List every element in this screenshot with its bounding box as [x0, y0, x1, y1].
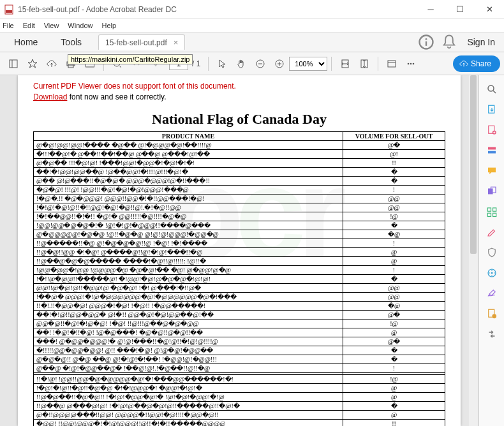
bell-icon[interactable]	[440, 33, 458, 51]
window-minimize-button[interactable]: ─	[416, 0, 445, 19]
right-tool-rail	[478, 75, 504, 426]
svg-rect-5	[10, 60, 17, 68]
window-close-button[interactable]: ✕	[475, 0, 504, 19]
zoom-in-icon[interactable]	[271, 55, 288, 73]
volume-cell: �	[343, 346, 445, 355]
volume-cell: �	[343, 355, 445, 364]
window-maximize-button[interactable]: ☐	[445, 0, 475, 19]
table-row: !!@�����!!�@ @!�@�@�@!!@ !�@! !�!����!	[34, 239, 445, 248]
tab-home[interactable]: Home	[3, 32, 49, 52]
font-warning-text: Current PDF Viewer does not support font…	[33, 82, 445, 91]
convert-icon[interactable]	[482, 326, 501, 342]
combine-files-icon[interactable]	[482, 183, 501, 200]
volume-cell: @�	[343, 311, 445, 320]
menu-file[interactable]: File	[3, 22, 14, 29]
svg-rect-31	[488, 147, 496, 150]
table-row: !�@�.!! �@�@@@! @@@!!@@�!�!!@@���!�@!@@	[34, 195, 445, 203]
zoom-select[interactable]: 100%	[289, 57, 327, 71]
star-icon[interactable]	[24, 55, 41, 73]
data-table: PRODUCT NAME VOLUME FOR SELL-OUT @�@!@@!…	[33, 131, 445, 426]
more-tools-icon[interactable]	[402, 55, 420, 73]
product-cell: @��@ �!@!�@@��@� !��@!@!.!�@��!!@!!�@	[34, 364, 343, 373]
table-row: !�!��@@!!�!�!! �@!� @@!!!!!�@!!!!�@�@!@	[34, 212, 445, 221]
table-row: !��@� @@@!�!@�@@@@@@�@!�@@@@@@�@�!���@@	[34, 293, 445, 302]
signin-link[interactable]: Sign In	[467, 37, 495, 47]
tab-close-icon[interactable]: ×	[174, 38, 179, 47]
cloud-upload-icon[interactable]	[43, 55, 61, 73]
protect-icon[interactable]	[482, 244, 501, 261]
scrollbar-thumb[interactable]	[470, 75, 477, 254]
table-row: !!@�@!!@@ �!�@! @����@!!@!�!@!���!!�@@	[34, 248, 445, 257]
create-pdf-icon[interactable]	[482, 122, 501, 138]
volume-cell: @	[343, 328, 445, 337]
redact-icon[interactable]	[482, 224, 501, 240]
table-row: @�@�@!! @�@ ��@ @!�!@!�!��! !�@@!@!�@@!!…	[34, 355, 445, 364]
pointer-icon[interactable]	[213, 55, 231, 73]
organize-pages-icon[interactable]	[482, 203, 501, 220]
svg-point-3	[426, 38, 427, 40]
menu-view[interactable]: View	[44, 22, 59, 29]
table-row: !�!@!�@!@!!�!!@@!�@!�@!!@!.�!�@!!@@@@	[34, 203, 445, 212]
pdf-page: Current PDF Viewer does not support font…	[18, 75, 461, 426]
vertical-scrollbar[interactable]	[469, 75, 478, 426]
table-row: !�@!�!@!!�@!!�@�@ �!�!@@@�! �@@!�!@!�@	[34, 384, 445, 393]
link-tooltip: https://masikini.com/CarlitoRegular.zip	[68, 54, 193, 64]
sidebar-toggle-icon[interactable]	[4, 55, 22, 73]
svg-point-24	[410, 62, 412, 64]
pdf-doc-icon	[4, 4, 14, 15]
product-cell: @�� @!@���!!�@�@� @@@�@@@!@�!!���!!	[34, 177, 343, 186]
table-row: @�!!@@@@���!!@@! @@@@�!!@@!�@!!!!�@@�@!!…	[34, 411, 445, 420]
volume-cell: �	[343, 275, 445, 284]
volume-cell: !	[343, 186, 445, 195]
product-cell: !!@�@!!@@ �!�@! @����@!!@!�!@!���!!�@	[34, 248, 343, 257]
volume-cell: !@	[343, 212, 445, 221]
menu-window[interactable]: Window	[68, 22, 93, 29]
edit-pdf-icon[interactable]	[482, 142, 501, 159]
table-row: �!!!!!@@�@@�@@! @!! ���!�@! @!@�@!�@@���	[34, 346, 445, 355]
read-mode-icon[interactable]	[383, 55, 401, 73]
volume-cell: @�	[343, 141, 445, 150]
volume-cell: !	[343, 364, 445, 373]
tab-tools[interactable]: Tools	[49, 32, 93, 52]
zoom-out-icon[interactable]	[251, 55, 269, 73]
volume-cell: �	[343, 221, 445, 230]
volume-cell: �	[343, 402, 445, 411]
volume-cell: �@	[343, 230, 445, 239]
menu-edit[interactable]: Edit	[23, 22, 35, 29]
volume-cell: @@	[343, 203, 445, 212]
share-button[interactable]: Share	[453, 55, 500, 72]
export-pdf-icon[interactable]	[482, 101, 501, 118]
send-for-signature-icon[interactable]	[482, 305, 501, 322]
product-cell: !�!��@@!!�!�!! �@!� @@!!!!!�@!!!!�@�@	[34, 212, 343, 221]
table-row: @�@@@@@!�@�@ !@!!�@�@ @!@!@!@@@!�@@�@�@	[34, 230, 445, 239]
fit-page-icon[interactable]	[355, 55, 373, 73]
table-row: @�� @!@���!!�@�@� @@@�@@@!@�!!���!!�	[34, 177, 445, 186]
column-product-name: PRODUCT NAME	[34, 132, 343, 141]
fill-sign-icon[interactable]	[482, 285, 501, 302]
product-cell: !�@�.!! �@�@@@! @@@!!@@�!�!!@@���!�@!	[34, 195, 343, 203]
product-cell: @@�@!!�@!�!@�@! !�@! !!@!!!@��@�@�@@	[34, 320, 343, 328]
table-row: !@@!@@�@�@�!� !@!�!@!�@@@!!����@����	[34, 221, 445, 230]
product-cell: �@@! !!@@!@@@�!�!@!@@@!!@!!�!�!!�����@@@…	[34, 420, 343, 427]
info-icon[interactable]	[417, 33, 435, 51]
volume-cell: @�	[343, 337, 445, 346]
table-row: �@�@! !!!@! !@@!!!�@!�@!�@!@@@!���@!	[34, 186, 445, 195]
download-link[interactable]: Download	[33, 92, 67, 101]
table-row: !!@�@��!!�@�@!! !�!@!�@@�@!� !@!�@!�@@!�…	[34, 393, 445, 402]
product-cell: @�!!@@@@���!!@@! @@@@�!!@@!�@!!!!�@@�@!!	[34, 411, 343, 420]
fit-width-icon[interactable]	[336, 55, 354, 73]
svg-rect-32	[488, 151, 496, 154]
table-row: @�@!@@!@@!���� �@�� @!�@@@�@!��!!!!@@�	[34, 141, 445, 150]
volume-cell: @	[343, 257, 445, 266]
menu-help[interactable]: Help	[101, 22, 116, 29]
tab-document[interactable]: 15-feb-sell-out.pdf ×	[98, 34, 185, 50]
product-cell: !!@��@ @���@!@! !�!@!@��@�@!@!!�����@!!�…	[34, 402, 343, 411]
comment-icon[interactable]	[482, 163, 501, 179]
volume-cell: !!	[343, 159, 445, 168]
volume-cell: �	[343, 177, 445, 186]
tab-document-label: 15-feb-sell-out.pdf	[105, 38, 167, 47]
compress-icon[interactable]	[482, 265, 501, 281]
search-icon[interactable]	[482, 81, 501, 98]
hand-icon[interactable]	[232, 55, 250, 73]
volume-cell: !	[343, 266, 445, 275]
